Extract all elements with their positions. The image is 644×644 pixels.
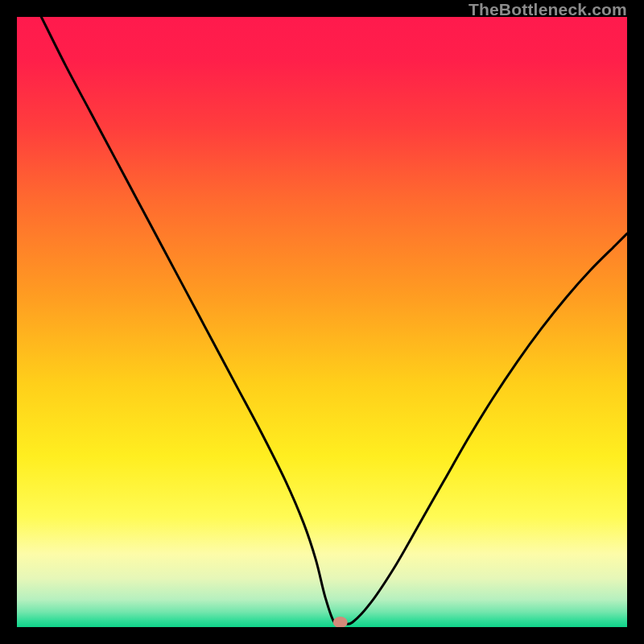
chart-frame: TheBottleneck.com — [0, 0, 644, 644]
plot-area — [17, 17, 627, 627]
chart-svg — [17, 17, 627, 627]
gradient-background — [17, 17, 627, 627]
